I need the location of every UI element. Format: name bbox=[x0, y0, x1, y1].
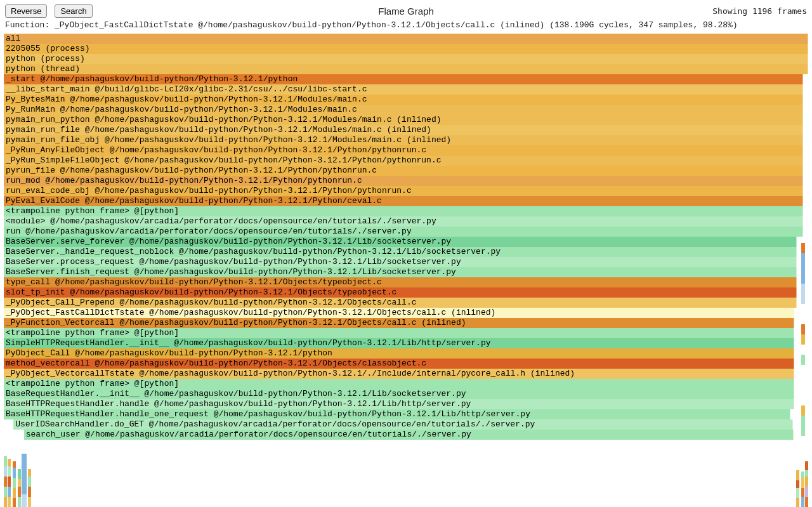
sliver[interactable] bbox=[801, 488, 804, 497]
flame-frame[interactable]: PyObject_Call @/home/pashaguskov/build-p… bbox=[4, 348, 794, 359]
sliver[interactable] bbox=[801, 243, 805, 253]
flame-frame[interactable]: run_mod @/home/pashaguskov/build-python/… bbox=[4, 176, 803, 186]
sliver[interactable] bbox=[4, 497, 7, 507]
flame-frame[interactable]: <module> @/home/pashaguskov/arcadia/perf… bbox=[4, 216, 803, 227]
flame-frame[interactable]: slot_tp_init @/home/pashaguskov/build-py… bbox=[4, 287, 797, 298]
page-title: Flame Graph bbox=[378, 6, 434, 16]
flame-frame[interactable]: _start @/home/pashaguskov/build-python/P… bbox=[4, 74, 803, 84]
sliver[interactable] bbox=[22, 454, 27, 494]
sliver[interactable] bbox=[801, 355, 805, 365]
flame-frame[interactable]: _PyRun_SimpleFileObject @/home/pashagusk… bbox=[4, 155, 803, 166]
sliver[interactable] bbox=[13, 488, 16, 498]
flame-frame[interactable]: BaseRequestHandler.__init__ @/home/pasha… bbox=[4, 389, 794, 399]
sliver[interactable] bbox=[8, 466, 11, 477]
flame-frame[interactable]: BaseHTTPRequestHandler.handle_one_reques… bbox=[4, 409, 790, 419]
sliver[interactable] bbox=[22, 494, 27, 507]
flame-frame[interactable]: run @/home/pashaguskov/arcadia/perforato… bbox=[4, 227, 803, 237]
sliver[interactable] bbox=[18, 497, 21, 507]
sliver[interactable] bbox=[796, 470, 799, 480]
flame-frame[interactable]: UserIDSearchHandler.do_GET @/home/pashag… bbox=[13, 419, 793, 430]
sliver[interactable] bbox=[28, 477, 31, 487]
flame-frame[interactable]: _PyObject_VectorcallTstate @/home/pashag… bbox=[4, 369, 794, 379]
flame-frame[interactable]: pymain_run_python @/home/pashaguskov/bui… bbox=[4, 115, 803, 125]
sliver[interactable] bbox=[8, 459, 11, 466]
flame-row: BaseServer.serve_forever @/home/pashagus… bbox=[4, 237, 808, 247]
flame-frame[interactable]: BaseServer.serve_forever @/home/pashagus… bbox=[4, 237, 797, 247]
sliver[interactable] bbox=[13, 468, 16, 478]
flame-frame[interactable]: pymain_run_file_obj @/home/pashaguskov/b… bbox=[4, 135, 803, 145]
sliver[interactable] bbox=[4, 487, 7, 497]
sliver[interactable] bbox=[805, 461, 808, 470]
flame-frame[interactable]: _PyObject_Call_Prepend @/home/pashagusko… bbox=[4, 298, 797, 308]
flame-frame[interactable]: <trampoline python frame> @[python] bbox=[4, 379, 794, 389]
sliver[interactable] bbox=[805, 470, 808, 477]
sliver[interactable] bbox=[13, 478, 16, 488]
sliver[interactable] bbox=[4, 477, 7, 487]
sliver[interactable] bbox=[13, 461, 16, 468]
reverse-button[interactable]: Reverse bbox=[5, 4, 47, 18]
flame-frame[interactable]: _PyFunction_Vectorcall @/home/pashagusko… bbox=[4, 318, 794, 328]
sliver[interactable] bbox=[805, 497, 808, 507]
sliver[interactable] bbox=[18, 479, 21, 487]
flame-row: pymain_run_file_obj @/home/pashaguskov/b… bbox=[4, 135, 808, 145]
flame-row: _start @/home/pashaguskov/build-python/P… bbox=[4, 74, 808, 84]
flame-frame[interactable]: method_vectorcall @/home/pashaguskov/bui… bbox=[4, 359, 794, 369]
sliver[interactable] bbox=[18, 469, 21, 479]
sliver[interactable] bbox=[801, 334, 805, 345]
flame-frame[interactable]: PyEval_EvalCode @/home/pashaguskov/build… bbox=[4, 196, 803, 206]
sliver[interactable] bbox=[28, 469, 31, 477]
sliver[interactable] bbox=[796, 488, 799, 498]
sliver[interactable] bbox=[801, 284, 805, 304]
flame-frame[interactable]: BaseServer._handle_request_noblock @/hom… bbox=[4, 247, 797, 257]
sliver[interactable] bbox=[796, 498, 799, 507]
flame-frame[interactable]: 2205055 (process) bbox=[4, 44, 808, 54]
sliver[interactable] bbox=[801, 253, 805, 284]
flame-row: SimpleHTTPRequestHandler.__init__ @/home… bbox=[4, 338, 808, 348]
sliver[interactable] bbox=[796, 480, 799, 488]
flame-frame[interactable]: BaseServer.process_request @/home/pashag… bbox=[4, 257, 797, 267]
flame-frame[interactable]: BaseServer.finish_request @/home/pashagu… bbox=[4, 267, 797, 277]
flame-frame[interactable]: python (thread) bbox=[4, 64, 808, 74]
flame-frame[interactable]: Py_BytesMain @/home/pashaguskov/build-py… bbox=[4, 95, 803, 105]
flame-frame[interactable]: search_user @/home/pashaguskov/arcadia/p… bbox=[24, 430, 794, 440]
sliver[interactable] bbox=[805, 477, 808, 487]
sliver[interactable] bbox=[801, 471, 804, 478]
sliver[interactable] bbox=[4, 456, 7, 466]
flame-frame[interactable]: pymain_run_file @/home/pashaguskov/build… bbox=[4, 125, 803, 135]
function-detail: Function: _PyObject_FastCallDictTstate @… bbox=[0, 19, 812, 34]
sliver[interactable] bbox=[8, 497, 11, 507]
flame-frame[interactable]: type_call @/home/pashaguskov/build-pytho… bbox=[4, 277, 797, 287]
flame-row: BaseRequestHandler.__init__ @/home/pasha… bbox=[4, 389, 808, 399]
flame-frame[interactable]: all bbox=[4, 34, 808, 44]
sliver[interactable] bbox=[8, 487, 11, 497]
search-button[interactable]: Search bbox=[55, 4, 92, 18]
flame-row: method_vectorcall @/home/pashaguskov/bui… bbox=[4, 359, 808, 369]
flame-frame[interactable]: _PyObject_FastCallDictTstate @/home/pash… bbox=[4, 308, 794, 318]
sliver[interactable] bbox=[8, 477, 11, 487]
flame-frame[interactable]: <trampoline python frame> @[python] bbox=[4, 328, 794, 338]
sliver[interactable] bbox=[801, 416, 805, 436]
flame-frame[interactable]: SimpleHTTPRequestHandler.__init__ @/home… bbox=[4, 338, 794, 348]
flame-frame[interactable]: __libc_start_main @/build/glibc-LcI20x/g… bbox=[4, 84, 803, 95]
sliver[interactable] bbox=[801, 324, 805, 334]
flame-frame[interactable]: _PyRun_AnyFileObject @/home/pashaguskov/… bbox=[4, 145, 803, 155]
sliver[interactable] bbox=[18, 487, 21, 497]
sliver[interactable] bbox=[805, 487, 808, 497]
sliver[interactable] bbox=[801, 478, 804, 488]
flame-row: UserIDSearchHandler.do_GET @/home/pashag… bbox=[4, 419, 808, 430]
flame-frame[interactable]: pyrun_file @/home/pashaguskov/build-pyth… bbox=[4, 166, 803, 176]
sliver[interactable] bbox=[801, 497, 804, 507]
flame-frame[interactable]: BaseHTTPRequestHandler.handle @/home/pas… bbox=[4, 399, 794, 409]
sliver[interactable] bbox=[801, 405, 805, 416]
flame-frame[interactable]: Py_RunMain @/home/pashaguskov/build-pyth… bbox=[4, 105, 803, 115]
sliver[interactable] bbox=[4, 466, 7, 477]
flamegraph-stack: all2205055 (process)python (process)pyth… bbox=[4, 34, 808, 440]
flame-frame[interactable]: python (process) bbox=[4, 54, 808, 64]
flame-frame[interactable]: <trampoline python frame> @[python] bbox=[4, 206, 803, 216]
flame-row: Py_RunMain @/home/pashaguskov/build-pyth… bbox=[4, 105, 808, 115]
flame-row: _PyObject_VectorcallTstate @/home/pashag… bbox=[4, 369, 808, 379]
sliver[interactable] bbox=[13, 498, 16, 507]
flame-frame[interactable]: run_eval_code_obj @/home/pashaguskov/bui… bbox=[4, 186, 803, 196]
sliver[interactable] bbox=[28, 497, 31, 507]
sliver[interactable] bbox=[28, 487, 31, 497]
